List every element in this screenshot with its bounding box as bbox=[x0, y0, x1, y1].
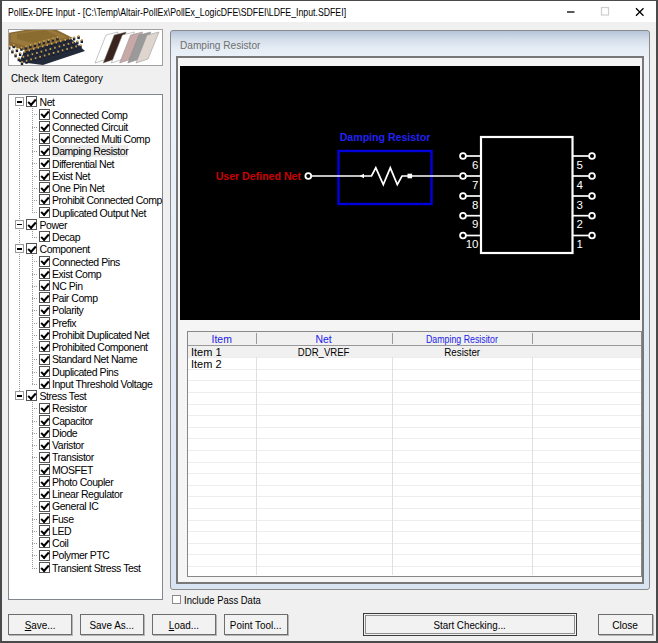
svg-text:6: 6 bbox=[472, 159, 478, 171]
svg-text:4: 4 bbox=[577, 179, 584, 191]
svg-text:Damping Resistor: Damping Resistor bbox=[340, 131, 431, 143]
svg-text:10: 10 bbox=[466, 238, 479, 250]
svg-text:9: 9 bbox=[472, 218, 478, 230]
svg-text:8: 8 bbox=[472, 199, 478, 211]
svg-text:3: 3 bbox=[577, 199, 583, 211]
svg-text:1: 1 bbox=[577, 238, 583, 250]
svg-text:5: 5 bbox=[577, 159, 583, 171]
svg-text:2: 2 bbox=[577, 218, 583, 230]
svg-text:7: 7 bbox=[472, 179, 478, 191]
svg-text:User Defined Net: User Defined Net bbox=[216, 170, 302, 182]
